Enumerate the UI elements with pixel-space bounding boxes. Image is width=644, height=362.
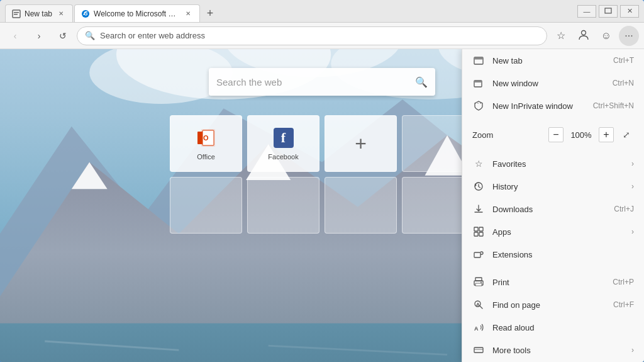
- menu-label-find: Find on page: [492, 300, 608, 310]
- tile-office-label: Office: [197, 153, 215, 161]
- tile-facebook[interactable]: f Facebook: [247, 115, 319, 172]
- add-icon: +: [350, 132, 372, 155]
- close-button[interactable]: ✕: [620, 5, 639, 18]
- tile-empty-3[interactable]: [247, 177, 319, 234]
- maximize-icon: [604, 8, 612, 15]
- emoji-icon: ☺: [601, 30, 611, 42]
- tab-close-1[interactable]: ✕: [56, 9, 66, 19]
- search-placeholder: Search the web: [216, 77, 415, 88]
- menu-item-new-window[interactable]: New window Ctrl+N: [462, 72, 644, 94]
- browser-window: New tab ✕ Welcome to Microsoft Edge Can.…: [0, 0, 644, 362]
- more-tools-arrow-icon: ›: [631, 346, 634, 354]
- tile-facebook-label: Facebook: [268, 153, 298, 161]
- back-button[interactable]: ‹: [5, 26, 25, 46]
- menu-label-extensions: Extensions: [492, 250, 634, 259]
- menu-item-print[interactable]: Print Ctrl+P: [462, 271, 644, 293]
- svg-rect-34: [474, 232, 478, 236]
- menu-label-favorites: Favorites: [492, 159, 631, 169]
- tile-empty-2[interactable]: [170, 177, 242, 234]
- favorites-button[interactable]: ☆: [551, 26, 571, 46]
- tab-favicon-2: [81, 9, 90, 18]
- search-container: Search the web 🔍: [209, 68, 435, 96]
- apps-arrow-icon: ›: [631, 227, 634, 236]
- extensions-icon: [472, 248, 485, 261]
- svg-rect-2: [14, 14, 18, 15]
- svg-rect-1: [14, 12, 19, 13]
- menu-shortcut-new-window: Ctrl+N: [613, 79, 634, 88]
- nav-bar: ‹ › ↺ 🔍 Search or enter web address ☆: [0, 23, 644, 49]
- svg-text:A: A: [476, 302, 480, 307]
- close-icon: ✕: [627, 7, 633, 15]
- menu-item-find[interactable]: A Find on page Ctrl+F: [462, 293, 644, 316]
- new-tab-button[interactable]: +: [201, 4, 219, 22]
- menu-item-history[interactable]: History ›: [462, 175, 644, 198]
- new-tab-icon: [472, 54, 485, 67]
- menu-label-read-aloud: Read aloud: [492, 323, 634, 332]
- menu-item-downloads[interactable]: Downloads Ctrl+J: [462, 198, 644, 220]
- svg-point-3: [82, 10, 89, 18]
- tab-edge-welcome[interactable]: Welcome to Microsoft Edge Can... ✕: [74, 4, 200, 22]
- tab-title-2: Welcome to Microsoft Edge Can...: [94, 9, 179, 18]
- search-submit-icon[interactable]: 🔍: [415, 76, 428, 88]
- svg-rect-45: [474, 348, 483, 353]
- menu-item-zoom: Zoom − 100% + ⤢: [462, 122, 644, 147]
- menu-item-extensions[interactable]: Extensions: [462, 243, 644, 266]
- favorites-menu-icon: ☆: [472, 157, 485, 170]
- svg-rect-33: [479, 227, 483, 231]
- zoom-expand-icon: ⤢: [623, 130, 630, 140]
- more-button[interactable]: ···: [619, 26, 639, 46]
- content-area: Search the web 🔍 O Office: [0, 49, 644, 362]
- menu-item-more-tools[interactable]: More tools ›: [462, 339, 644, 361]
- history-icon: [472, 180, 485, 193]
- tab-new-tab[interactable]: New tab ✕: [5, 4, 73, 22]
- menu-item-favorites[interactable]: ☆ Favorites ›: [462, 152, 644, 175]
- minimize-button[interactable]: —: [577, 5, 596, 18]
- svg-rect-27: [474, 57, 483, 60]
- refresh-button[interactable]: ↺: [53, 26, 73, 46]
- menu-label-new-window: New window: [492, 79, 608, 88]
- svg-point-41: [480, 282, 482, 283]
- address-bar[interactable]: 🔍 Search or enter web address: [77, 26, 547, 45]
- svg-text:O: O: [203, 134, 209, 142]
- tile-office[interactable]: O Office: [170, 115, 242, 172]
- menu-shortcut-downloads: Ctrl+J: [614, 205, 634, 213]
- facebook-icon: f: [272, 127, 295, 149]
- address-search-icon: 🔍: [85, 31, 95, 40]
- svg-rect-39: [475, 283, 482, 286]
- address-text: Search or enter web address: [100, 31, 539, 40]
- zoom-plus-button[interactable]: +: [599, 127, 614, 142]
- zoom-expand-button[interactable]: ⤢: [619, 127, 634, 142]
- history-arrow-icon: ›: [631, 182, 634, 191]
- title-bar: New tab ✕ Welcome to Microsoft Edge Can.…: [0, 0, 644, 23]
- office-icon: O: [195, 127, 218, 149]
- svg-rect-37: [475, 278, 482, 281]
- svg-rect-35: [479, 232, 483, 236]
- zoom-value-display: 100%: [569, 130, 594, 140]
- read-aloud-icon: A: [472, 321, 485, 334]
- tabs-area: New tab ✕ Welcome to Microsoft Edge Can.…: [5, 0, 572, 22]
- menu-label-new-tab: New tab: [492, 56, 608, 65]
- menu-item-inprivate[interactable]: New InPrivate window Ctrl+Shift+N: [462, 94, 644, 117]
- print-icon: [472, 276, 485, 288]
- menu-label-downloads: Downloads: [492, 205, 609, 214]
- tab-favicon-1: [12, 9, 21, 18]
- tiles-container: O Office f Facebook +: [170, 115, 474, 234]
- window-controls: — ✕: [577, 5, 639, 18]
- maximize-button[interactable]: [599, 5, 618, 18]
- zoom-plus-icon: +: [603, 129, 609, 140]
- menu-item-new-tab[interactable]: New tab Ctrl+T: [462, 49, 644, 72]
- tab-close-2[interactable]: ✕: [183, 9, 193, 19]
- svg-rect-32: [474, 227, 478, 231]
- back-icon: ‹: [14, 31, 17, 41]
- search-box[interactable]: Search the web 🔍: [209, 68, 435, 96]
- tile-add[interactable]: +: [325, 115, 397, 172]
- forward-button[interactable]: ›: [29, 26, 49, 46]
- emoji-button[interactable]: ☺: [596, 26, 616, 46]
- zoom-minus-button[interactable]: −: [548, 127, 564, 142]
- svg-rect-4: [605, 8, 611, 13]
- tile-empty-4[interactable]: [325, 177, 397, 234]
- menu-item-read-aloud[interactable]: A Read aloud: [462, 316, 644, 339]
- svg-rect-36: [474, 252, 480, 257]
- menu-item-apps[interactable]: Apps ›: [462, 220, 644, 243]
- user-button[interactable]: [574, 26, 594, 46]
